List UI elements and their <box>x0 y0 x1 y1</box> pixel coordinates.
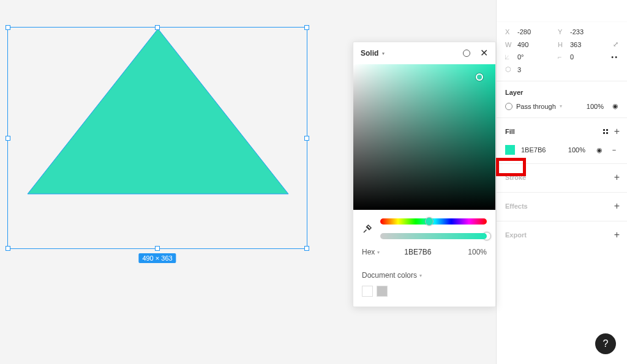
blend-mode-icon[interactable] <box>463 50 470 57</box>
fill-section-title: Fill <box>505 128 515 135</box>
corner-radius-value[interactable]: 0 <box>570 53 607 61</box>
export-section-title: Export <box>505 231 527 239</box>
alpha-slider[interactable] <box>380 233 487 239</box>
resize-handle-tl[interactable] <box>6 25 10 30</box>
x-value[interactable]: -280 <box>517 28 554 35</box>
align-center-h-icon[interactable] <box>517 6 527 16</box>
effects-section-title: Effects <box>505 202 528 210</box>
y-label: Y <box>558 28 566 35</box>
add-fill-button[interactable]: + <box>614 127 620 136</box>
more-options-icon[interactable]: •• <box>611 53 618 61</box>
align-right-icon[interactable] <box>532 6 542 16</box>
fill-visibility-icon[interactable]: ◉ <box>595 146 604 154</box>
resize-handle-tc[interactable] <box>155 25 160 30</box>
fill-row[interactable]: 1BE7B6 100% ◉ − <box>497 141 627 158</box>
style-four-dots-icon[interactable] <box>603 129 608 134</box>
polygon-sides-icon: ⬡ <box>505 65 514 73</box>
resize-handle-ml[interactable] <box>6 136 10 141</box>
export-section: Export + <box>497 221 627 250</box>
chevron-down-icon: ▾ <box>419 273 422 278</box>
fill-opacity-value[interactable]: 100% <box>568 146 585 154</box>
w-label: W <box>505 41 514 48</box>
align-top-icon[interactable] <box>547 6 557 16</box>
corner-radius-icon: ⌐ <box>558 53 566 61</box>
hex-input[interactable]: 1BE7B6 <box>404 248 431 256</box>
resize-handle-tr[interactable] <box>304 25 309 30</box>
x-label: X <box>505 28 514 35</box>
align-bottom-icon[interactable] <box>576 6 586 16</box>
selection-bounds[interactable] <box>7 27 307 249</box>
add-effect-button[interactable]: + <box>614 201 620 211</box>
resize-handle-bc[interactable] <box>155 246 160 251</box>
help-button[interactable]: ? <box>595 333 616 354</box>
add-stroke-button[interactable]: + <box>614 173 620 182</box>
y-value[interactable]: -233 <box>570 28 607 35</box>
color-picker-popover: Solid ▾ ✕ Hex ▾ 1BE7B6 100% Document col… <box>353 42 496 307</box>
blend-mode-dropdown[interactable]: Pass through <box>516 103 556 110</box>
transform-section: X -280 Y -233 W 490 H 363 ⤢ ⟀ 0° ⌐ 0 •• … <box>497 22 627 81</box>
polygon-sides-value[interactable]: 3 <box>517 66 554 73</box>
layer-section: Layer Pass through ▾ 100% ◉ <box>497 81 627 118</box>
alpha-thumb[interactable] <box>482 232 491 240</box>
sv-thumb[interactable] <box>476 73 483 81</box>
eyedropper-icon[interactable] <box>362 223 373 234</box>
align-center-v-icon[interactable] <box>561 6 571 16</box>
resize-handle-mr[interactable] <box>304 136 309 141</box>
properties-panel: X -280 Y -233 W 490 H 363 ⤢ ⟀ 0° ⌐ 0 •• … <box>496 0 627 364</box>
saturation-value-field[interactable] <box>353 64 495 210</box>
h-label: H <box>558 41 566 48</box>
hue-slider[interactable] <box>380 218 487 225</box>
remove-fill-button[interactable]: − <box>610 146 618 154</box>
effects-section: Effects + <box>497 193 627 221</box>
opacity-input[interactable]: 100% <box>468 248 487 256</box>
doc-color-chip[interactable] <box>362 286 373 297</box>
svg-marker-0 <box>28 29 288 194</box>
resize-handle-br[interactable] <box>304 246 309 251</box>
chevron-down-icon: ▾ <box>560 103 562 109</box>
chevron-down-icon: ▾ <box>382 51 385 56</box>
fill-color-swatch[interactable] <box>505 145 515 155</box>
hue-thumb[interactable] <box>425 217 434 226</box>
h-value[interactable]: 363 <box>570 41 607 48</box>
document-colors-label: Document colors <box>362 271 417 280</box>
blend-icon[interactable] <box>505 103 512 110</box>
dimensions-badge: 490 × 363 <box>138 253 176 263</box>
document-colors-dropdown[interactable]: Document colors ▾ <box>362 271 487 280</box>
align-left-icon[interactable] <box>503 6 512 16</box>
selected-triangle-shape[interactable] <box>8 28 308 250</box>
layer-section-title: Layer <box>505 89 523 96</box>
constrain-proportions-icon[interactable]: ⤢ <box>613 40 618 48</box>
color-format-dropdown[interactable]: Hex ▾ <box>362 248 380 256</box>
w-value[interactable]: 490 <box>517 41 554 48</box>
close-icon[interactable]: ✕ <box>480 48 488 58</box>
callout-highlight <box>496 158 526 176</box>
layer-opacity[interactable]: 100% <box>587 103 604 110</box>
chevron-down-icon: ▾ <box>377 250 380 255</box>
doc-color-chip[interactable] <box>377 286 388 297</box>
color-format-label: Hex <box>362 248 375 256</box>
rotation-value[interactable]: 0° <box>517 53 554 61</box>
visibility-eye-icon[interactable]: ◉ <box>612 102 618 110</box>
fill-section: Fill + 1BE7B6 100% ◉ − <box>497 118 627 164</box>
resize-handle-bl[interactable] <box>6 246 10 251</box>
rotate-icon: ⟀ <box>505 53 514 61</box>
align-tools-row[interactable] <box>497 0 627 22</box>
fill-hex-value[interactable]: 1BE7B6 <box>521 146 546 154</box>
color-mode-dropdown[interactable]: Solid <box>361 49 378 58</box>
add-export-button[interactable]: + <box>614 230 620 240</box>
